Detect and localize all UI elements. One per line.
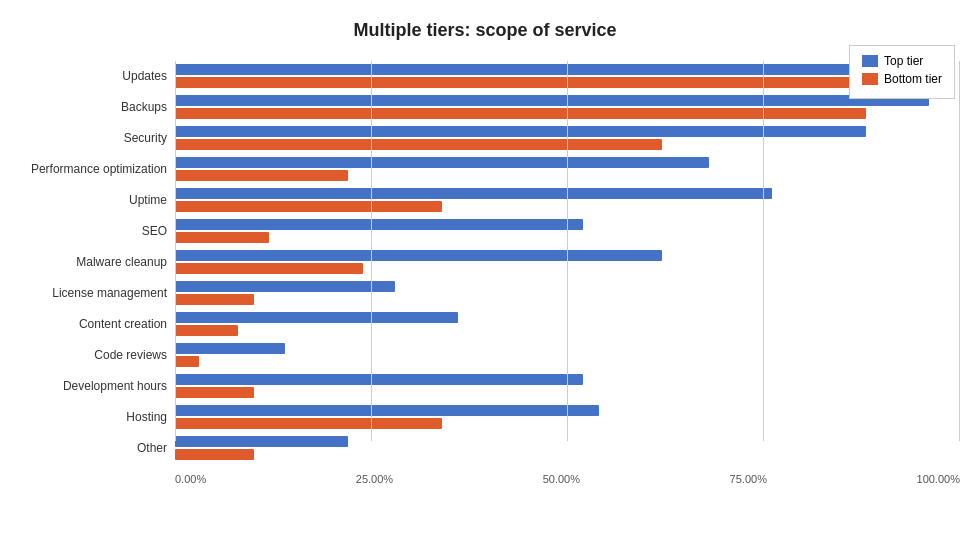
bar-group — [175, 339, 960, 370]
bar-top-tier — [175, 250, 662, 261]
bar-bottom-tier — [175, 325, 238, 336]
bar-row-top — [175, 126, 960, 137]
bar-row-top — [175, 157, 960, 168]
bar-row-top — [175, 188, 960, 199]
bar-row-bottom — [175, 170, 960, 181]
bar-row-top — [175, 374, 960, 385]
bar-bottom-tier — [175, 232, 269, 243]
bar-row-bottom — [175, 139, 960, 150]
bar-group — [175, 216, 960, 247]
y-label: License management — [10, 277, 167, 308]
y-label: Uptime — [10, 185, 167, 216]
bar-group — [175, 277, 960, 308]
bar-row-top — [175, 405, 960, 416]
y-label: Performance optimization — [10, 154, 167, 185]
bar-top-tier — [175, 281, 395, 292]
y-label: Malware cleanup — [10, 247, 167, 278]
bar-group — [175, 185, 960, 216]
bar-row-top — [175, 312, 960, 323]
chart-container: Multiple tiers: scope of service Updates… — [0, 0, 970, 549]
bar-row-bottom — [175, 108, 960, 119]
bar-group — [175, 308, 960, 339]
bar-bottom-tier — [175, 418, 442, 429]
bar-row-bottom — [175, 387, 960, 398]
bar-top-tier — [175, 374, 583, 385]
legend-bottom-tier-label: Bottom tier — [884, 72, 942, 86]
chart-area: UpdatesBackupsSecurityPerformance optimi… — [10, 61, 960, 485]
bar-row-bottom — [175, 356, 960, 367]
bar-group — [175, 92, 960, 123]
bar-row-bottom — [175, 418, 960, 429]
y-label: Development hours — [10, 370, 167, 401]
bar-bottom-tier — [175, 108, 866, 119]
bar-bottom-tier — [175, 77, 866, 88]
x-axis-label: 25.00% — [356, 473, 393, 485]
bar-bottom-tier — [175, 139, 662, 150]
chart-right: 0.00%25.00%50.00%75.00%100.00% — [175, 61, 960, 485]
bar-top-tier — [175, 126, 866, 137]
legend-top-tier: Top tier — [862, 54, 942, 68]
y-label: Backups — [10, 92, 167, 123]
bar-row-top — [175, 281, 960, 292]
bar-row-top — [175, 343, 960, 354]
bar-row-top — [175, 95, 960, 106]
x-axis-label: 50.00% — [543, 473, 580, 485]
bar-row-bottom — [175, 325, 960, 336]
y-label: Content creation — [10, 308, 167, 339]
y-label: Security — [10, 123, 167, 154]
bar-row-bottom — [175, 294, 960, 305]
bar-top-tier — [175, 343, 285, 354]
y-label: Hosting — [10, 401, 167, 432]
legend: Top tier Bottom tier — [849, 45, 955, 99]
bar-top-tier — [175, 188, 772, 199]
bar-row-top — [175, 250, 960, 261]
bar-bottom-tier — [175, 170, 348, 181]
bar-group — [175, 370, 960, 401]
bar-bottom-tier — [175, 201, 442, 212]
legend-bottom-tier-color — [862, 73, 878, 85]
bar-top-tier — [175, 405, 599, 416]
bar-row-bottom — [175, 232, 960, 243]
legend-bottom-tier: Bottom tier — [862, 72, 942, 86]
legend-top-tier-label: Top tier — [884, 54, 923, 68]
legend-top-tier-color — [862, 55, 878, 67]
bar-bottom-tier — [175, 449, 254, 460]
bar-row-bottom — [175, 77, 960, 88]
bar-bottom-tier — [175, 387, 254, 398]
y-axis-labels: UpdatesBackupsSecurityPerformance optimi… — [10, 61, 175, 485]
bar-group — [175, 61, 960, 92]
y-label: Other — [10, 432, 167, 463]
bar-row-top — [175, 64, 960, 75]
bar-top-tier — [175, 219, 583, 230]
bars-area — [175, 61, 960, 463]
x-axis: 0.00%25.00%50.00%75.00%100.00% — [175, 463, 960, 485]
bar-row-bottom — [175, 449, 960, 460]
bar-row-top — [175, 219, 960, 230]
bar-group — [175, 432, 960, 463]
x-axis-label: 100.00% — [917, 473, 960, 485]
x-axis-label: 0.00% — [175, 473, 206, 485]
bar-top-tier — [175, 312, 458, 323]
bar-row-bottom — [175, 263, 960, 274]
y-label: Updates — [10, 61, 167, 92]
y-label: SEO — [10, 216, 167, 247]
bar-top-tier — [175, 436, 348, 447]
bar-bottom-tier — [175, 356, 199, 367]
bar-top-tier — [175, 95, 929, 106]
y-label: Code reviews — [10, 339, 167, 370]
chart-title: Multiple tiers: scope of service — [10, 20, 960, 41]
bar-row-top — [175, 436, 960, 447]
x-axis-label: 75.00% — [730, 473, 767, 485]
bar-top-tier — [175, 157, 709, 168]
bar-group — [175, 247, 960, 278]
bar-group — [175, 401, 960, 432]
bar-bottom-tier — [175, 294, 254, 305]
bar-top-tier — [175, 64, 944, 75]
bar-group — [175, 123, 960, 154]
bar-row-bottom — [175, 201, 960, 212]
bar-bottom-tier — [175, 263, 363, 274]
bar-group — [175, 154, 960, 185]
